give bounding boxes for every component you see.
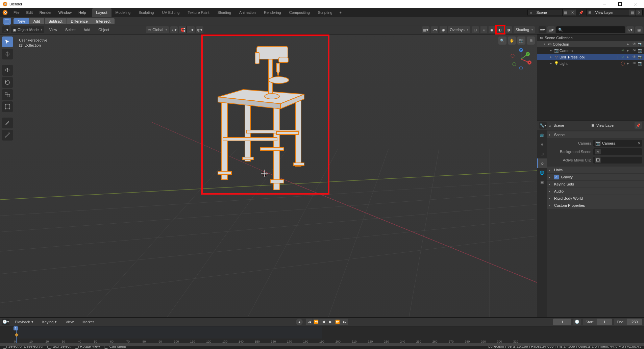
play-button[interactable]: ▶ [327,319,334,325]
scene-pin-icon[interactable]: 📌 [577,8,585,17]
proptab-render[interactable]: 📺 [537,130,547,140]
outliner-new-collection-button[interactable]: ▦ [635,26,643,33]
pivot-point-button[interactable]: ⊙▾ [170,26,178,33]
play-reverse-button[interactable]: ◀ [320,319,327,325]
active-tool-icon[interactable] [3,18,11,25]
shading-rendered-button[interactable]: ◑ [505,26,512,33]
tab-rendering[interactable]: Rendering [260,8,285,17]
clear-icon[interactable]: ✕ [638,141,641,146]
nav-pan-icon[interactable]: ✋ [508,36,516,45]
restrict-view-icon[interactable]: 👁 [632,61,637,66]
viewport-menu-select[interactable]: Select [62,28,79,32]
bgscene-field[interactable]: ☼ [593,148,642,155]
timeline-menu-marker[interactable]: Marker [79,320,97,324]
bool-add-button[interactable]: Add [29,18,45,24]
restrict-view-icon[interactable]: 👁 [632,48,637,53]
editor-type-icon[interactable]: ⊞▾ [2,26,9,33]
timeline-editor-type-icon[interactable]: 🕓▾ [2,319,9,325]
restrict-view-icon[interactable]: 👁 [632,42,637,46]
outliner-search-input[interactable]: 🔍 [556,26,625,33]
panel-header-scene[interactable]: ▾Scene [547,131,644,138]
shading-solid-button[interactable]: ◉ [489,26,496,33]
proptab-object[interactable]: ▣ [537,177,547,187]
menu-edit[interactable]: Edit [23,8,36,17]
tab-modeling[interactable]: Modeling [112,8,135,17]
menu-render[interactable]: Render [36,8,55,17]
proptab-world[interactable]: 🌐 [537,168,547,177]
tool-scale[interactable] [2,89,13,100]
frame-lock-icon[interactable]: 🕓 [573,319,581,325]
snap-options-button[interactable]: ⊡▾ [187,26,195,33]
tab-sculpting[interactable]: Sculpting [134,8,158,17]
timeline-track[interactable]: 0102030405060708090100110120130140150160… [0,326,644,343]
bool-intersect-button[interactable]: Intersect [92,18,115,24]
viewport-3d[interactable]: User Perspective (1) Collection 🔍 ✋ [0,34,537,317]
start-frame-field[interactable]: 1 [597,319,612,325]
outliner-filter-button[interactable]: ▽▾ [626,26,634,33]
properties-pin-button[interactable]: 📌 [635,122,642,129]
restrict-render-icon[interactable]: 📷 [638,55,643,59]
restrict-render-icon[interactable]: 📷 [638,42,643,46]
menu-file[interactable]: File [10,8,23,17]
restrict-view-icon[interactable]: 👁 [632,55,637,59]
nav-camera-icon[interactable]: 📷 [517,36,525,45]
tool-select-box[interactable] [2,36,13,47]
tab-layout[interactable]: Layout [92,8,112,17]
jump-end-button[interactable]: ⏭ [341,319,348,325]
outliner-display-mode-icon[interactable]: ▤▾ [547,26,555,33]
snap-toggle-button[interactable]: 🧲 [179,26,187,33]
properties-editor-type-icon[interactable]: 🔧▾ [539,122,547,129]
nav-zoom-icon[interactable]: 🔍 [498,36,506,45]
shading-lookdev-button[interactable]: ◐ [497,26,504,33]
timeline-menu-view[interactable]: View [62,320,77,324]
restrict-render-icon[interactable]: 📷 [638,61,643,66]
panel-header-gravity[interactable]: ▸✓Gravity [547,174,644,180]
outliner-editor-type-icon[interactable]: ≣▾ [539,26,546,33]
gravity-checkbox[interactable]: ✓ [554,175,559,179]
panel-header-keying[interactable]: ▸Keying Sets [547,181,644,188]
camera-field[interactable]: 📷Camera✕ [593,140,642,147]
bool-new-button[interactable]: New [14,18,29,24]
restrict-render-icon[interactable]: 📷 [638,48,643,53]
tool-rotate[interactable] [2,77,13,88]
nav-persp-icon[interactable]: ⊞ [527,36,535,45]
end-frame-field[interactable]: 250 [627,319,642,325]
layer-delete-icon[interactable]: ✕ [636,9,642,16]
overlays-dropdown[interactable]: Overlays▾ [448,26,470,33]
prev-keyframe-button[interactable]: ⏪ [313,319,320,325]
autokey-button[interactable]: ● [296,319,303,325]
axis-gizmo[interactable]: X Y Z [509,47,533,71]
scene-new-icon[interactable]: ✕ [569,9,576,16]
jump-start-button[interactable]: ⏮ [306,319,313,325]
restrict-select-icon[interactable]: ▸ [626,61,630,66]
next-keyframe-button[interactable]: ⏩ [334,319,341,325]
scene-browse-icon[interactable]: ▦ [562,9,569,16]
tab-uv-editing[interactable]: UV Editing [158,8,183,17]
timeline-scrollbar[interactable] [0,343,644,346]
proptab-viewlayer[interactable]: ⊞ [537,149,547,158]
bool-difference-button[interactable]: Difference [67,18,92,24]
proptab-scene[interactable]: ☼ [537,158,547,168]
gizmo-dropdown-button[interactable]: ↗▾ [431,26,438,33]
window-maximize-button[interactable] [612,0,628,8]
viewlayer-selector[interactable]: ⊞ View Layer ▦ ✕ [586,9,643,16]
window-close-button[interactable] [628,0,643,8]
panel-header-custom[interactable]: ▸Custom Properties [547,202,644,209]
menu-window[interactable]: Window [55,8,75,17]
viewport-menu-add[interactable]: Add [80,28,94,32]
proportional-edit-button[interactable]: ◎▾ [196,26,203,33]
panel-header-audio[interactable]: ▸Audio [547,188,644,195]
viewport-menu-view[interactable]: View [46,28,60,32]
orientation-selector[interactable]: ⤧ Global▾ [146,26,169,33]
overlay-toggle-button[interactable]: ◉ [440,26,447,33]
tool-annotate[interactable] [2,118,13,128]
outliner-row-collection[interactable]: ▾ ▭ Collection ▸👁📷 [537,41,644,47]
movieclip-field[interactable]: 🎞 [593,157,642,164]
shading-dropdown[interactable]: Shading▾ [514,26,535,33]
restrict-select-icon[interactable]: ▸ [626,42,630,46]
outliner-row-drill-press[interactable]: ▸ ▽ Drill_Press_obj | ▽ ▸👁📷 [537,54,644,60]
outliner-tree[interactable]: ▭ Scene Collection ▾ ▭ Collection ▸👁📷 ▸ … [537,34,644,121]
panel-header-units[interactable]: ▸Units [547,167,644,173]
outliner-row-camera[interactable]: ▸ 📷 Camera ✳ ▸👁📷 [537,47,644,54]
timeline-menu-playback[interactable]: Playback▾ [11,320,37,324]
